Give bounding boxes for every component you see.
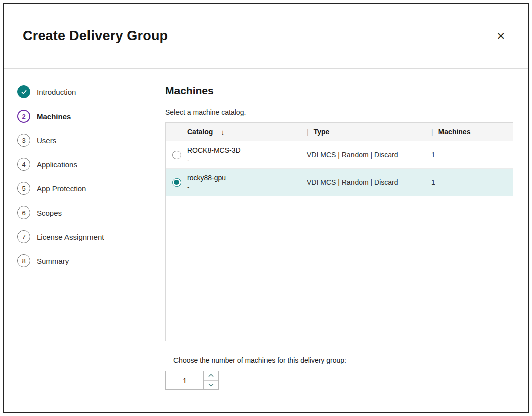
machine-catalog-table: Catalog ↓ | Type | Machines xyxy=(165,122,513,341)
type-column-header: | Type xyxy=(307,128,431,136)
machine-count-label: Choose the number of machines for this d… xyxy=(173,356,513,364)
step-label: App Protection xyxy=(37,184,86,193)
catalog-type: VDI MCS | Random | Discard xyxy=(307,151,398,159)
step-applications[interactable]: 4 Applications xyxy=(4,152,149,176)
dialog-body: Introduction 2 Machines 3 Users 4 Applic… xyxy=(4,69,528,412)
catalog-name: rocky88-gpu xyxy=(187,173,307,183)
step-number: 3 xyxy=(17,134,30,147)
quantity-stepper xyxy=(165,371,219,390)
dialog-title: Create Delivery Group xyxy=(23,28,168,44)
table-header-row: Catalog ↓ | Type | Machines xyxy=(166,123,513,141)
catalog-name: ROCK8-MCS-3D xyxy=(187,146,307,155)
wizard-steps-sidebar: Introduction 2 Machines 3 Users 4 Applic… xyxy=(4,69,149,412)
chevron-up-icon[interactable] xyxy=(204,371,218,380)
sort-descending-icon[interactable]: ↓ xyxy=(221,128,225,136)
catalog-header-label: Catalog xyxy=(187,128,213,136)
step-number: 2 xyxy=(17,110,30,123)
column-separator: | xyxy=(307,128,309,136)
machine-count: 1 xyxy=(431,151,435,159)
chevron-down-icon[interactable] xyxy=(204,380,218,390)
main-panel: Machines Select a machine catalog. Catal… xyxy=(149,69,528,412)
catalog-column-header[interactable]: Catalog ↓ xyxy=(187,128,307,136)
close-icon[interactable]: ✕ xyxy=(494,29,507,43)
step-number: 8 xyxy=(17,254,30,267)
catalog-type: VDI MCS | Random | Discard xyxy=(307,178,398,186)
step-label: Users xyxy=(37,136,56,145)
radio-button-selected[interactable] xyxy=(172,178,181,187)
step-license-assignment[interactable]: 7 License Assignment xyxy=(4,225,149,249)
table-empty-area xyxy=(166,196,513,341)
step-number: 6 xyxy=(17,206,30,219)
check-icon xyxy=(17,85,30,98)
type-header-label: Type xyxy=(314,128,330,136)
step-label: Introduction xyxy=(37,88,76,96)
machines-column-header: | Machines xyxy=(431,128,513,136)
machine-count: 1 xyxy=(431,178,435,186)
step-introduction[interactable]: Introduction xyxy=(4,80,149,104)
machines-header-label: Machines xyxy=(438,128,471,136)
machine-count-input[interactable] xyxy=(165,371,204,390)
step-label: Machines xyxy=(37,112,71,121)
step-number: 5 xyxy=(17,182,30,195)
table-row[interactable]: rocky88-gpu - VDI MCS | Random | Discard… xyxy=(166,169,513,196)
step-label: License Assignment xyxy=(37,233,104,241)
dialog-header: Create Delivery Group ✕ xyxy=(4,4,528,69)
instruction-text: Select a machine catalog. xyxy=(165,108,513,116)
table-row[interactable]: ROCK8-MCS-3D - VDI MCS | Random | Discar… xyxy=(166,141,513,169)
step-label: Summary xyxy=(37,257,69,265)
step-label: Scopes xyxy=(37,209,62,217)
step-number: 7 xyxy=(17,230,30,243)
catalog-detail: - xyxy=(187,183,307,191)
step-label: Applications xyxy=(37,160,77,169)
step-number: 4 xyxy=(17,158,30,171)
step-summary[interactable]: 8 Summary xyxy=(4,249,149,273)
radio-button-unselected[interactable] xyxy=(172,151,181,159)
page-title: Machines xyxy=(165,85,513,97)
step-machines[interactable]: 2 Machines xyxy=(4,104,149,128)
step-scopes[interactable]: 6 Scopes xyxy=(4,200,149,225)
step-app-protection[interactable]: 5 App Protection xyxy=(4,176,149,200)
column-separator: | xyxy=(431,128,433,136)
create-delivery-group-dialog: Create Delivery Group ✕ Introduction 2 M… xyxy=(3,3,529,413)
step-users[interactable]: 3 Users xyxy=(4,128,149,152)
stepper-arrows xyxy=(204,371,219,390)
catalog-detail: - xyxy=(187,155,307,164)
machine-count-section: Choose the number of machines for this d… xyxy=(165,356,513,390)
